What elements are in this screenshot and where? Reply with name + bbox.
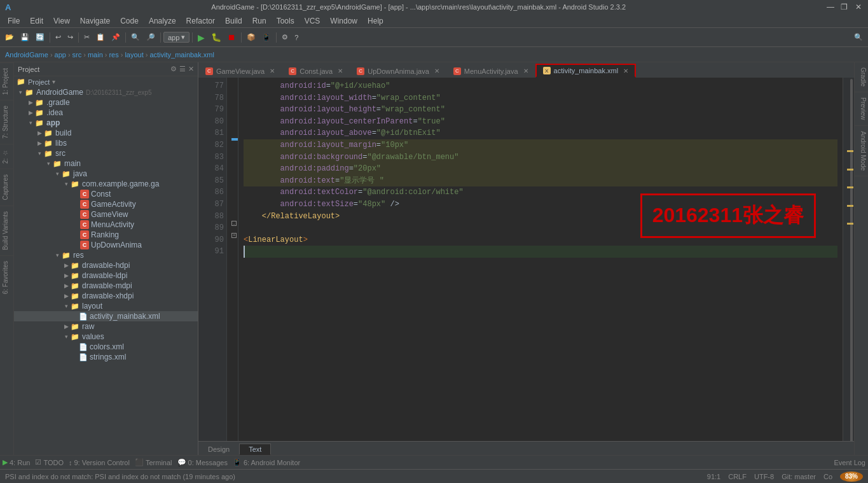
tree-item-res[interactable]: ▾ 📁 res [14,250,198,260]
menu-refactor[interactable]: Refactor [181,15,220,27]
tab-menuactivity-java[interactable]: C MenuActivity.java ✕ [446,64,535,78]
bottom-todo[interactable]: ☑ TODO [35,458,64,466]
tab-close-activity-mainbak[interactable]: ✕ [623,67,628,74]
bottom-tab-text[interactable]: Text [239,444,271,455]
tree-item-src[interactable]: ▾ 📁 src [14,148,198,158]
toolbar-search-action[interactable]: 🔍 [851,31,865,45]
bottom-tab-design[interactable]: Design [198,444,239,455]
toolbar-sdk-mgr[interactable]: 📦 [244,31,258,45]
code-editor[interactable]: 77 78 79 80 81 82 83 84 85 86 87 88 89 9… [198,78,854,441]
tree-item-menuactivity[interactable]: ▶ C MenuActivity [14,220,198,230]
tab-close-updownanima[interactable]: ✕ [434,67,439,74]
left-tab-favorites[interactable]: 6: Favorites [0,255,14,299]
menu-vcs[interactable]: VCS [300,15,326,27]
editor-scrollbar[interactable] [843,78,854,441]
project-gear-icon[interactable]: ⚙ [170,65,177,73]
bottom-run[interactable]: ▶ 4: Run [3,458,30,466]
project-layout-icon[interactable]: ☰ [179,65,186,73]
menu-run[interactable]: Run [247,15,272,27]
minimize-button[interactable]: — [826,3,835,11]
menu-code[interactable]: Code [115,15,144,27]
project-root-dropdown[interactable]: ▾ [52,78,55,85]
tree-item-build[interactable]: ▶ 📁 build [14,128,198,138]
menu-help[interactable]: Help [362,15,389,27]
right-tab-preview[interactable]: Preview [855,92,869,126]
tree-item-colors-xml[interactable]: ▶ 📄 colors.xml [14,342,198,352]
right-tab-android-mode[interactable]: Android Mode [855,126,869,176]
close-button[interactable]: ✕ [854,3,863,11]
fold-marker-88[interactable]: - [231,221,237,226]
tree-item-layout[interactable]: ▾ 📁 layout [14,301,198,311]
toolbar-run-btn[interactable]: ▶ [195,31,207,45]
toolbar-copy[interactable]: 📋 [93,31,107,45]
toolbar-open[interactable]: 📂 [3,31,17,45]
left-tab-project[interactable]: 1: Project [0,62,14,100]
tab-updownanima-java[interactable]: C UpDownAnima.java ✕ [350,64,446,78]
menu-window[interactable]: Window [325,15,362,27]
bottom-terminal[interactable]: ⬛ Terminal [135,458,172,466]
menu-view[interactable]: View [48,15,75,27]
tree-item-ranking[interactable]: ▶ C Ranking [14,230,198,240]
tab-close-const[interactable]: ✕ [338,67,343,74]
fold-marker-90[interactable]: + [231,233,237,238]
breadcrumb-app[interactable]: app [55,51,66,59]
breadcrumb-res[interactable]: res [109,51,118,59]
tree-item-gradle[interactable]: ▶ 📁 .gradle [14,97,198,108]
tree-item-main[interactable]: ▾ 📁 main [14,158,198,169]
toolbar-search-everywhere[interactable]: 🔎 [144,31,158,45]
breadcrumb-src[interactable]: src [72,51,82,59]
tree-item-updownanima[interactable]: ▶ C UpDownAnima [14,240,198,250]
tree-item-raw[interactable]: ▶ 📁 raw [14,321,198,332]
breadcrumb-layout[interactable]: layout [125,51,143,59]
toolbar-help[interactable]: ? [292,31,301,45]
left-tab-2[interactable]: 2: ☆ [0,144,14,169]
tree-item-gameview[interactable]: ▶ C GameView [14,209,198,220]
menu-file[interactable]: File [3,15,25,27]
menu-build[interactable]: Build [220,15,247,27]
toolbar-avd[interactable]: 📱 [259,31,273,45]
tree-item-idea[interactable]: ▶ 📁 .idea [14,108,198,118]
restore-button[interactable]: ❐ [840,3,849,11]
menu-navigate[interactable]: Navigate [75,15,115,27]
toolbar-redo[interactable]: ↪ [65,31,76,45]
tree-item-drawable-mdpi[interactable]: ▶ 📁 drawable-mdpi [14,281,198,291]
status-line-ending[interactable]: CRLF [728,473,747,480]
bottom-android-monitor[interactable]: 📱 6: Android Monitor [233,458,300,466]
left-tab-structure[interactable]: 7: Structure [0,100,14,144]
toolbar-settings[interactable]: ⚙ [279,31,291,45]
tree-item-strings-xml[interactable]: ▶ 📄 strings.xml [14,352,198,362]
breadcrumb-androidgame[interactable]: AndroidGame [5,51,48,59]
toolbar-find[interactable]: 🔍 [128,31,142,45]
tree-item-values[interactable]: ▾ 📁 values [14,332,198,342]
toolbar-stop-btn[interactable]: ⏹ [225,31,238,45]
code-content[interactable]: android:id="@+id/xuehao" android:layout_… [238,78,843,441]
tree-item-java[interactable]: ▾ 📁 java [14,169,198,179]
left-tab-build-variants[interactable]: Build Variants [0,206,14,255]
tree-item-package[interactable]: ▾ 📁 com.example.game.ga [14,179,198,189]
status-position[interactable]: 91:1 [707,473,720,480]
toolbar-sync[interactable]: 🔄 [33,31,47,45]
tab-close-gameview[interactable]: ✕ [270,67,275,74]
tree-item-libs[interactable]: ▶ 📁 libs [14,138,198,148]
breadcrumb-main[interactable]: main [88,51,103,59]
tree-item-const[interactable]: ▶ C Const [14,189,198,199]
menu-edit[interactable]: Edit [25,15,48,27]
tree-item-activity-mainbak[interactable]: ▶ 📄 activity_mainbak.xml [14,311,198,321]
toolbar-save[interactable]: 💾 [18,31,32,45]
project-close-icon[interactable]: ✕ [188,65,194,73]
tab-gameview-java[interactable]: C GameView.java ✕ [198,64,282,78]
breadcrumb-file[interactable]: activity_mainbak.xml [149,51,214,59]
toolbar-paste[interactable]: 📌 [109,31,123,45]
left-tab-captures[interactable]: Captures [0,169,14,206]
tab-activity-mainbak-xml[interactable]: X activity_mainbak.xml ✕ [535,64,636,78]
tab-const-java[interactable]: C Const.java ✕ [282,64,350,78]
status-encoding[interactable]: UTF-8 [754,473,774,480]
status-vcs[interactable]: Git: master [782,473,816,480]
bottom-messages[interactable]: 💬 0: Messages [177,458,228,466]
bottom-vcs[interactable]: ↕ 9: Version Control [69,459,130,466]
tree-item-gameactivity[interactable]: ▶ C GameActivity [14,199,198,209]
bottom-event-log[interactable]: Event Log [834,459,865,466]
toolbar-debug-btn[interactable]: 🐛 [209,31,224,45]
toolbar-cut[interactable]: ✂ [81,31,92,45]
tree-item-drawable-hdpi[interactable]: ▶ 📁 drawable-hdpi [14,260,198,270]
